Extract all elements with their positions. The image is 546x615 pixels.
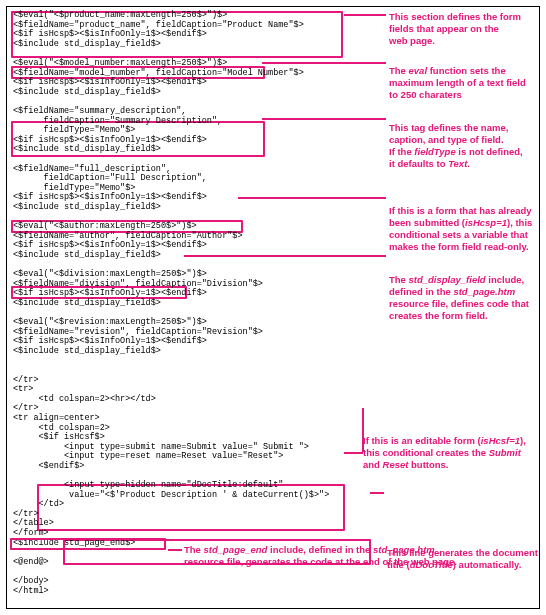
connector-6h (344, 452, 363, 454)
ann-text: to 250 charaters (389, 89, 462, 100)
code-line: <$include std_display_field$> (13, 88, 353, 98)
code-line: value="<$'Product Description ' & dateCu… (13, 491, 353, 501)
ann-text: web page. (389, 35, 435, 46)
ann-text: The (389, 274, 409, 285)
connector-7 (370, 492, 384, 494)
annotation-form-fields: This section defines the form fields tha… (389, 11, 539, 47)
connector-4 (238, 197, 386, 199)
ann-text: This section defines the form (389, 11, 521, 22)
connector-2 (262, 62, 386, 64)
ann-italic: std_page_end (204, 544, 268, 555)
annotation-std-display-field: The std_display_field include, defined i… (389, 274, 539, 322)
code-line: </tr> (13, 376, 353, 386)
document-frame: <$eval("<$product_name:maxLength=250$>")… (6, 6, 540, 609)
ann-text: fields that appear on the (389, 23, 499, 34)
ann-text: and (363, 459, 383, 470)
ann-text: resource file, generates the code at the… (184, 556, 457, 567)
connector-5 (184, 255, 386, 257)
ann-text: is not defined, (456, 146, 523, 157)
code-listing: <$eval("<$product_name:maxLength=250$>")… (13, 11, 353, 596)
code-line: </tr> (13, 510, 353, 520)
code-line: </body> (13, 577, 353, 587)
ann-text: include, defined in the (267, 544, 373, 555)
code-line: <$endif$> (13, 462, 353, 472)
ann-text: makes the form field read-only. (389, 241, 529, 252)
ann-text: If this is an editable form ( (363, 435, 481, 446)
code-line: <$include std_display_field$> (13, 347, 353, 357)
ann-italic: Reset (383, 459, 409, 470)
code-line: </html> (13, 587, 353, 597)
ann-text: been submitted ( (389, 217, 465, 228)
ann-text: this conditional creates the (363, 447, 489, 458)
connector-3 (262, 118, 386, 120)
ann-text: defined in the (389, 286, 453, 297)
annotation-std-page-end-real: The std_page_end include, defined in the… (184, 544, 524, 568)
code-line: </td> (13, 500, 353, 510)
ann-text: ), (520, 435, 526, 446)
ann-italic: fieldType (414, 146, 455, 157)
ann-text: resource file, defines code that (389, 298, 529, 309)
ann-italic: Text (448, 158, 467, 169)
ann-text: The (389, 65, 409, 76)
code-line: <$include std_display_field$> (13, 299, 353, 309)
code-line: <$include std_display_field$> (13, 203, 353, 213)
code-line: <$include std_display_field$> (13, 40, 353, 50)
ann-text: conditional sets a variable that (389, 229, 528, 240)
ann-italic: std_page.htm (453, 286, 515, 297)
ann-text: caption, and type of field. (389, 134, 504, 145)
ann-text: If this is a form that has already (389, 205, 532, 216)
connector-1 (344, 14, 386, 16)
ann-text: . (467, 158, 470, 169)
annotation-ishcsp: If this is a form that has already been … (389, 205, 539, 253)
ann-italic: eval (409, 65, 428, 76)
annotation-ishcsf: If this is an editable form (isHcsf=1), … (363, 435, 539, 471)
ann-text: buttons. (408, 459, 448, 470)
ann-text: it defaults to (389, 158, 448, 169)
code-line: </table> (13, 519, 353, 529)
ann-text: ), this (507, 217, 532, 228)
code-line (13, 366, 353, 376)
ann-italic: std_display_field (409, 274, 486, 285)
code-line: <td colspan=2><hr></td> (13, 395, 353, 405)
ann-text: maximum length of a text field (389, 77, 526, 88)
code-line: <$include std_display_field$> (13, 145, 353, 155)
ann-text: creates the form field. (389, 310, 488, 321)
ann-text: function sets the (427, 65, 506, 76)
annotation-eval: The eval function sets the maximum lengt… (389, 65, 539, 101)
code-line (13, 567, 353, 577)
code-line (13, 356, 353, 366)
ann-text: This tag defines the name, (389, 122, 508, 133)
ann-italic: isHcsp=1 (465, 217, 507, 228)
connector-6v (362, 408, 364, 452)
ann-text: include, (486, 274, 525, 285)
ann-italic: Submit (489, 447, 521, 458)
highlight-std-page-end-real (10, 538, 166, 550)
annotation-tag-defines: This tag defines the name, caption, and … (389, 122, 539, 170)
ann-italic: std_page.htm (373, 544, 435, 555)
ann-text: If the (389, 146, 414, 157)
ann-italic: isHcsf=1 (481, 435, 520, 446)
connector-8 (168, 549, 182, 551)
ann-text: The (184, 544, 204, 555)
